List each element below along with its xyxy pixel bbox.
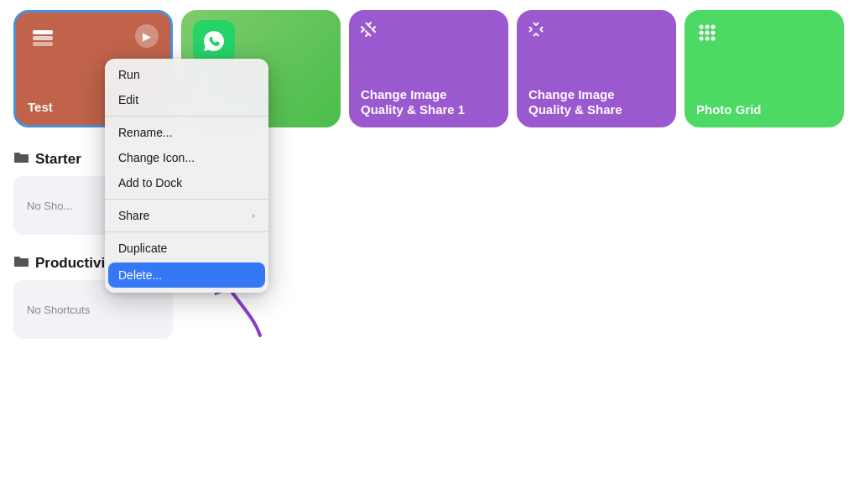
menu-delete[interactable]: Delete... [108,262,265,288]
svg-rect-0 [33,42,53,46]
svg-point-4 [705,25,710,29]
divider-2 [105,199,268,200]
svg-point-8 [711,31,716,35]
svg-point-5 [711,25,716,29]
menu-change-icon[interactable]: Change Icon... [105,145,268,170]
divider-1 [105,116,268,117]
compress-icon-2 [527,20,545,43]
photo-grid-label: Photo Grid [696,102,762,117]
menu-run[interactable]: Run [105,62,268,87]
folder-icon-productivity [13,255,29,272]
starter-title: Starter [35,151,81,168]
svg-point-9 [700,37,704,41]
starter-no-shortcuts: No Sho... [27,200,72,212]
app-tile-photo-grid[interactable]: Photo Grid [685,10,844,127]
grid-icon [696,22,718,48]
svg-rect-2 [33,30,53,34]
divider-3 [105,231,268,232]
whatsapp-icon [193,20,235,62]
folder-icon-starter [13,151,29,168]
share-chevron-icon: › [252,210,255,221]
svg-rect-1 [33,36,53,40]
svg-point-7 [705,31,710,35]
svg-point-6 [700,31,704,35]
context-menu: Run Edit Rename... Change Icon... Add to… [105,59,268,293]
layers-icon [28,24,58,55]
svg-point-10 [705,37,710,41]
menu-share[interactable]: Share › [105,203,268,228]
main-container: ▶ Test ...cut Change ImageQuality & Shar… [0,0,859,504]
compress-icon-1 [359,20,377,43]
test-tile-label: Test [28,100,53,115]
productivity-no-shortcuts: No Shortcuts [27,304,90,316]
svg-point-3 [700,25,704,29]
menu-edit[interactable]: Edit [105,87,268,112]
change-quality-1-label: Change ImageQuality & Share 1 [361,87,465,117]
menu-duplicate[interactable]: Duplicate [105,236,268,261]
run-icon: ▶ [135,24,159,48]
change-quality-2-label: Change ImageQuality & Share [528,87,622,117]
svg-point-11 [711,37,716,41]
app-tile-change-quality-2[interactable]: Change ImageQuality & Share [517,10,676,127]
app-tile-change-quality-1[interactable]: Change ImageQuality & Share 1 [349,10,508,127]
menu-add-to-dock[interactable]: Add to Dock [105,170,268,195]
menu-rename[interactable]: Rename... [105,120,268,145]
